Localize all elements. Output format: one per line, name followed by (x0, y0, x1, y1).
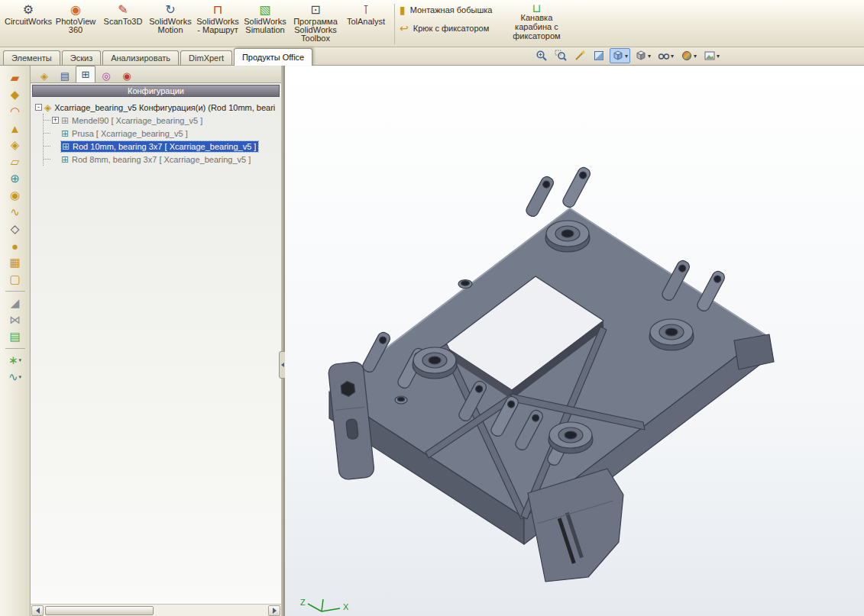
features-toolbar: ▰ ◆ ◠ ▲ ◈ ▱ ⊕ ◉ ∿ ◇ ● ▦ ▢ ◢ ⋈ ▤ ∗ ▾ ∿ ▾ (0, 66, 31, 616)
linear-pattern-icon: ▦ (9, 256, 20, 269)
manager-panel-tabs: ◈ ▤ ⊞ ◎ ◉ (31, 66, 281, 83)
view-orientation-icon (612, 50, 624, 62)
section-view-button[interactable] (591, 48, 607, 63)
axis-x-label: X (343, 602, 349, 611)
reference-geometry-button[interactable]: ∗ ▾ (3, 352, 28, 369)
tree-guide (44, 159, 50, 160)
filter-wand-icon (574, 50, 586, 62)
tree-root-label: Xcarriage_bearing_v5 Конфигурация(и) (Ro… (54, 103, 275, 112)
tree-row-label: Rod 8mm, bearing 3x7 [ Xcarriage_bearing… (72, 155, 251, 164)
tree-row-mendel90[interactable]: + ⊞ Mendel90 [ Xcarriage_bearing_v5 ] (44, 114, 281, 127)
ribbon-item-label: SolidWorks Motion (147, 18, 193, 34)
tab-sketch[interactable]: Эскиз (62, 50, 101, 65)
ribbon-item-circuitworks[interactable]: ⚙ CircuitWorks (5, 2, 52, 27)
tree-row-rod-8mm[interactable]: ⊞ Rod 8mm, bearing 3x7 [ Xcarriage_beari… (44, 153, 281, 166)
scroll-right-button[interactable] (268, 605, 280, 616)
axis-z-label: Z (300, 598, 306, 607)
boundary-boss-icon: ◈ (11, 138, 20, 152)
tree-row-label: Prusa [ Xcarriage_bearing_v5 ] (72, 129, 188, 138)
glasses-icon (658, 50, 670, 62)
hole-wizard-button[interactable]: ⊕ (3, 170, 28, 187)
office-products-ribbon: ⚙ CircuitWorks ◉ PhotoView 360 ✎ ScanTo3… (0, 0, 864, 47)
configuration-icon: ⊞ (61, 154, 69, 165)
lofted-cut-button[interactable]: ◇ (3, 221, 28, 237)
display-style-button[interactable]: ▾ (633, 48, 653, 63)
linear-pattern-button[interactable]: ▦ (3, 254, 28, 271)
extruded-boss-icon: ▰ (11, 71, 20, 85)
extruded-boss-button[interactable]: ▰ (3, 69, 28, 86)
scrollbar-thumb[interactable] (45, 606, 154, 615)
hole-wizard-icon: ⊕ (10, 172, 20, 185)
scanto3d-icon: ✎ (118, 3, 128, 17)
rib-button[interactable]: ▤ (3, 328, 28, 345)
boundary-boss-button[interactable]: ◈ (3, 137, 28, 153)
solidworks-window: ⚙ CircuitWorks ◉ PhotoView 360 ✎ ScanTo3… (0, 0, 864, 616)
ribbon-item-snap-hook[interactable]: ↩ Крюк с фиксатором (400, 22, 492, 34)
tab-dimxpert[interactable]: DimXpert (180, 50, 232, 65)
model-geometry (328, 166, 774, 582)
right-arrow-icon (273, 608, 280, 614)
toolbar-separator (5, 348, 25, 349)
toolbox-icon: ⊡ (310, 3, 320, 17)
ribbon-item-mounting-boss[interactable]: ▮ Монтажная бобышка (400, 4, 492, 16)
ribbon-item-scanto3d[interactable]: ✎ ScanTo3D (99, 2, 147, 27)
revolved-boss-button[interactable]: ◆ (3, 86, 28, 103)
configuration-manager-panel: ◈ ▤ ⊞ ◎ ◉ Конфигурации - ◈ Xcarriage_bea… (31, 66, 281, 616)
tab-featuremanager[interactable]: ◈ (34, 68, 54, 82)
panel-horizontal-scrollbar[interactable] (31, 604, 281, 616)
configurationmanager-icon: ⊞ (82, 69, 90, 80)
zoom-area-button[interactable] (552, 48, 569, 63)
extruded-cut-icon: ▱ (11, 155, 20, 169)
ribbon-item-label: SolidWorks Simulation (242, 18, 288, 34)
photoview-icon: ◉ (70, 3, 81, 17)
ribbon-item-label: CircuitWorks (5, 18, 52, 26)
revolved-boss-icon: ◆ (11, 88, 20, 102)
fillet-button[interactable]: ● (3, 237, 28, 254)
apply-scene-button[interactable]: ▾ (701, 48, 722, 63)
scroll-left-button[interactable] (31, 605, 44, 616)
ribbon-item-label: Программа SolidWorks Toolbox (290, 18, 341, 43)
tab-elements[interactable]: Элементы (3, 50, 60, 65)
tab-evaluate[interactable]: Анализировать (102, 50, 179, 65)
tab-configurationmanager[interactable]: ⊞ (76, 66, 95, 82)
hide-show-items-button[interactable]: ▾ (655, 48, 676, 63)
filter-wand-button[interactable] (571, 48, 588, 63)
lofted-boss-button[interactable]: ▲ (3, 120, 28, 137)
collapse-box-icon[interactable]: - (35, 104, 42, 111)
swept-boss-button[interactable]: ◠ (3, 103, 28, 120)
ribbon-item-solidworks-motion[interactable]: ↻ SolidWorks Motion (147, 2, 194, 36)
tree-root-row[interactable]: - ◈ Xcarriage_bearing_v5 Конфигурация(и)… (35, 101, 281, 114)
ribbon-item-solidworks-routing[interactable]: ⊓ SolidWorks - Маршрут (194, 2, 241, 36)
shell-button[interactable]: ▢ (3, 271, 28, 288)
ribbon-item-photoview-360[interactable]: ◉ PhotoView 360 (52, 2, 99, 36)
swept-cut-button[interactable]: ∿ (3, 204, 28, 221)
graphics-viewport[interactable]: Z X (285, 66, 864, 616)
dropdown-arrow-icon: ▾ (625, 53, 628, 60)
left-arrow-icon (33, 608, 40, 614)
toolbar-separator (5, 291, 25, 292)
tab-office-products[interactable]: Продукты Office (234, 48, 312, 66)
tab-dimxpertmanager[interactable]: ◎ (96, 68, 116, 82)
tab-displaymanager[interactable]: ◉ (117, 68, 137, 82)
expand-box-icon[interactable]: + (52, 117, 59, 124)
curves-button[interactable]: ∿ ▾ (3, 369, 28, 385)
main-area: ▰ ◆ ◠ ▲ ◈ ▱ ⊕ ◉ ∿ ◇ ● ▦ ▢ ◢ ⋈ ▤ ∗ ▾ ∿ ▾ (0, 66, 864, 616)
extruded-cut-button[interactable]: ▱ (3, 153, 28, 170)
view-orientation-button[interactable]: ▾ (610, 48, 630, 63)
mirror-button[interactable]: ⋈ (3, 311, 28, 328)
draft-button[interactable]: ◢ (3, 295, 28, 311)
ribbon-item-solidworks-simulation[interactable]: ▧ SolidWorks Simulation (241, 2, 289, 36)
ribbon-item-tolanalyst[interactable]: ⊺ TolAnalyst (342, 2, 390, 27)
ribbon-item-snap-hook-groove[interactable]: ⊔ Канавка карабина с фиксатором (503, 4, 570, 40)
zoom-fit-button[interactable] (533, 48, 550, 63)
tree-row-prusa[interactable]: ⊞ Prusa [ Xcarriage_bearing_v5 ] (44, 127, 281, 140)
edit-appearance-button[interactable]: ▾ (678, 48, 699, 63)
tree-row-rod-10mm-selected[interactable]: ⊞ Rod 10mm, bearing 3x7 [ Xcarriage_bear… (44, 140, 281, 153)
revolved-cut-icon: ◉ (10, 189, 20, 202)
ribbon-item-solidworks-toolbox[interactable]: ⊡ Программа SolidWorks Toolbox (289, 2, 342, 44)
tab-propertymanager[interactable]: ▤ (55, 68, 75, 82)
reference-geometry-icon: ∗ (8, 353, 18, 367)
curves-icon: ∿ (8, 370, 18, 384)
revolved-cut-button[interactable]: ◉ (3, 187, 28, 204)
panel-title-configurations: Конфигурации (32, 85, 280, 97)
